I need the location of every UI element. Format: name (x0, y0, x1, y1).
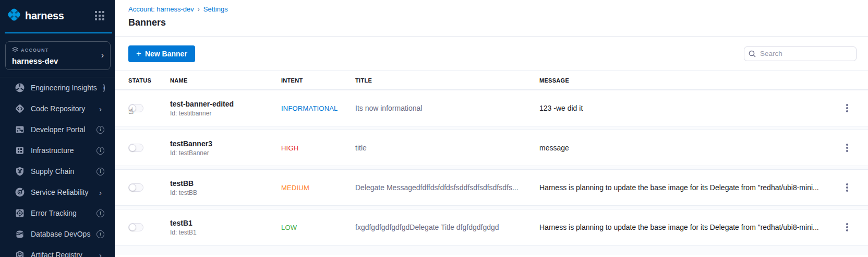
toolbar: + New Banner (115, 37, 868, 71)
table-row: testB1 Id: testB1 LOW fxgdfgdfgdfgdfgdDe… (115, 209, 868, 246)
sidebar-item-label: Database DevOps (31, 230, 91, 238)
banner-id: Id: testBanner (170, 149, 281, 157)
sidebar-item-label: Service Reliability (31, 188, 91, 196)
banner-title: Delegate Messagedfdffdsfdfdsfsddfsdfsdfs… (355, 183, 539, 192)
search-icon (749, 50, 756, 57)
error-tracking-icon (15, 208, 25, 218)
banner-title: fxgdfgdfgdfgdfgdDelegate Title dfgfdgdfg… (355, 223, 539, 231)
table-body: test-banner-edited Id: testitbanner INFO… (115, 90, 868, 255)
sidebar-menu: Engineering Insights i Code Repository ›… (0, 77, 115, 257)
breadcrumb: Account: harness-dev › Settings (128, 5, 868, 13)
sidebar-item-engineering-insights[interactable]: Engineering Insights i (0, 77, 115, 98)
banner-id: Id: testBB (170, 189, 281, 196)
table-row: testBB Id: testBB MEDIUM Delegate Messag… (115, 169, 868, 206)
sidebar-item-database-devops[interactable]: Database DevOps i (0, 224, 115, 244)
account-name: harness-dev (12, 56, 58, 65)
sidebar-item-infrastructure[interactable]: Infrastructure i (0, 140, 115, 161)
banner-message: message (539, 144, 839, 152)
info-icon[interactable]: i (103, 84, 105, 92)
info-icon[interactable]: i (97, 126, 104, 134)
sidebar-item-artifact-registry[interactable]: Artifact Registry › (0, 244, 115, 257)
intent-badge: LOW (281, 224, 355, 231)
row-menu-kebab-icon[interactable] (843, 142, 851, 154)
column-header-intent: INTENT (281, 77, 355, 84)
search-input[interactable] (744, 46, 857, 61)
row-menu-kebab-icon[interactable] (843, 181, 851, 194)
banner-name: testBB (170, 179, 281, 188)
sidebar-item-supply-chain[interactable]: Supply Chain i (0, 161, 115, 182)
toggle-knob (129, 144, 136, 151)
info-icon[interactable]: i (97, 168, 104, 176)
layers-icon (12, 45, 18, 55)
column-header-name: NAME (170, 77, 281, 84)
banner-title: title (355, 144, 539, 152)
supply-chain-icon (15, 166, 25, 177)
table-row: test-banner-edited Id: testitbanner INFO… (115, 90, 868, 126)
main-content: Account: harness-dev › Settings Banners … (115, 0, 868, 257)
breadcrumb-account-link[interactable]: Account: harness-dev (128, 5, 194, 13)
logo-text: harness (25, 10, 64, 22)
chevron-right-icon: › (97, 105, 104, 113)
accent-divider (5, 32, 112, 33)
breadcrumb-separator-icon: › (198, 6, 200, 13)
sidebar-item-developer-portal[interactable]: Developer Portal i (0, 119, 115, 140)
harness-logo[interactable]: harness (7, 7, 64, 24)
sidebar-item-service-reliability[interactable]: Service Reliability › (0, 182, 115, 203)
sidebar-item-code-repository[interactable]: Code Repository › (0, 98, 115, 119)
page-title: Banners (128, 17, 868, 28)
status-toggle[interactable] (128, 183, 143, 192)
banner-name: testBanner3 (170, 139, 281, 148)
new-banner-label: New Banner (145, 50, 187, 58)
banner-id: Id: testitbanner (170, 110, 281, 117)
engineering-insights-icon (15, 83, 25, 93)
account-label: ACCOUNT (21, 48, 49, 53)
infrastructure-icon (15, 145, 25, 156)
sidebar-item-error-tracking[interactable]: Error Tracking i (0, 203, 115, 224)
banner-message: Harness is planning to update the base i… (539, 183, 839, 192)
info-icon[interactable]: i (97, 230, 104, 238)
database-devops-icon (15, 229, 25, 239)
chevron-right-icon: › (97, 189, 104, 196)
banner-message: 123 -we did it (539, 104, 839, 112)
sidebar-item-label: Supply Chain (31, 167, 91, 176)
app-launcher-grid-icon[interactable] (95, 11, 104, 20)
banner-name: test-banner-edited (170, 100, 281, 108)
plus-icon: + (136, 49, 141, 58)
chevron-right-icon: › (97, 251, 104, 257)
sidebar: harness ACCOUNT harness-dev › (0, 0, 115, 257)
sidebar-item-label: Infrastructure (31, 146, 91, 155)
intent-badge: INFORMATIONAL (281, 104, 355, 112)
sidebar-item-label: Developer Portal (31, 125, 91, 134)
column-header-title: TITLE (355, 77, 539, 84)
banner-name: testB1 (170, 219, 281, 227)
status-toggle[interactable] (128, 104, 143, 112)
service-reliability-icon (15, 187, 25, 197)
chevron-right-icon: › (101, 51, 104, 60)
sidebar-item-label: Error Tracking (31, 209, 91, 217)
intent-badge: HIGH (281, 144, 355, 152)
sidebar-item-label: Engineering Insights (31, 84, 97, 92)
table-row: testBanner3 Id: testBanner HIGH title me… (115, 130, 868, 166)
search-box (744, 46, 857, 61)
table-header-row: STATUS NAME INTENT TITLE MESSAGE (115, 71, 868, 90)
account-selector[interactable]: ACCOUNT harness-dev › (5, 41, 111, 70)
row-menu-kebab-icon[interactable] (843, 102, 851, 114)
banner-message: Harness is planning to update the base i… (539, 223, 839, 231)
breadcrumb-settings-link[interactable]: Settings (203, 5, 228, 13)
status-toggle[interactable] (128, 223, 143, 231)
sidebar-item-label: Code Repository (31, 104, 91, 113)
status-toggle[interactable] (128, 144, 143, 152)
toggle-knob (129, 224, 136, 231)
code-repository-icon (15, 103, 25, 114)
new-banner-button[interactable]: + New Banner (128, 45, 195, 62)
artifact-registry-icon (15, 250, 25, 257)
info-icon[interactable]: i (97, 209, 104, 217)
info-icon[interactable]: i (97, 147, 104, 155)
toggle-knob (129, 184, 136, 191)
harness-logo-icon (7, 7, 21, 24)
toggle-knob (129, 104, 136, 112)
column-header-status: STATUS (128, 77, 170, 84)
sidebar-item-label: Artifact Registry (31, 251, 91, 257)
intent-badge: MEDIUM (281, 184, 355, 192)
row-menu-kebab-icon[interactable] (843, 221, 851, 233)
